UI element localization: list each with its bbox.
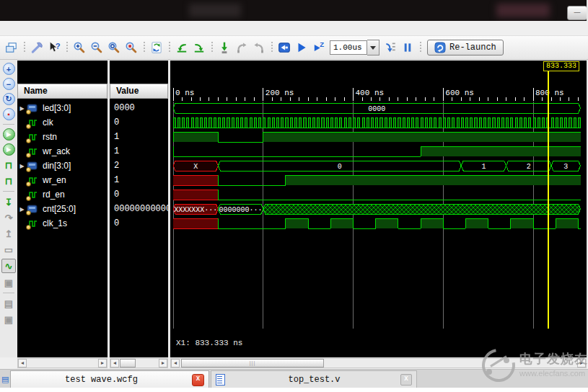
close-icon[interactable]: X [400,374,412,386]
toolbar-separator [209,40,214,55]
signal-name-label: wr_ack [43,146,70,156]
wave-window-icon[interactable]: ∿ [1,259,16,273]
zoom-cursor-icon[interactable] [123,39,140,56]
signal-value-rows: 0000011210000000000000 [110,101,168,231]
signal-name-label: clk [43,117,53,128]
wave-panel-scrollbar[interactable]: ◂ ||| ▸ [170,358,587,368]
close-icon[interactable]: X [192,374,204,386]
run-icon[interactable] [293,39,310,56]
refresh-icon[interactable] [148,39,165,56]
zoom-out-icon[interactable] [88,39,105,56]
scrollbar-thumb[interactable]: ||| [181,359,324,368]
signal-value: 2 [110,159,168,173]
prev-transition-icon[interactable]: ⊓ [2,159,15,172]
toolbar-separator [269,40,274,55]
signal-row-rd-en[interactable]: rd_en [17,187,107,202]
help-pointer-icon[interactable]: ? [45,39,63,56]
signal-badge-icon [26,167,31,172]
relaunch-button[interactable]: Re-launch [427,40,504,55]
go-end-icon[interactable]: ▶ [3,143,15,156]
scroll-left-icon[interactable]: ◂ [110,359,119,368]
step-icon[interactable] [382,39,399,56]
go-start-icon[interactable]: ▶ [3,128,15,141]
measure-icon[interactable]: ▭ [2,243,15,256]
title-bar: — [0,0,588,21]
tab-label: top_test.v [228,375,400,385]
expand-arrow-icon[interactable]: ▶ [17,105,27,112]
console-window-icon[interactable]: ▤ [2,297,15,310]
record-icon[interactable]: ▪ [3,108,15,120]
signal-badge-icon [26,153,31,158]
signal-row-clk-1s[interactable]: clk_1s [17,216,107,231]
run-time-dropdown-button[interactable] [367,40,379,55]
goto-bar-icon[interactable] [216,39,233,56]
run-time-value[interactable]: 1.00us [330,40,367,55]
panel-window-icon[interactable]: ▣ [2,276,15,289]
signal-row-clk[interactable]: clk [17,115,107,130]
redo-icon[interactable] [250,39,268,56]
pause-icon[interactable] [399,39,416,56]
scroll-right-icon[interactable]: ▸ [98,359,107,368]
value-column-header[interactable]: Value [110,84,168,99]
next-edge-icon[interactable] [190,39,208,56]
scrollbar-row: ◂ ▸ ◂ ▸ ◂ ||| ▸ [0,357,588,369]
signal-badge-icon [26,138,31,143]
signal-name-rows: ▶led[3:0]clkrstnwr_ack▶din[3:0]wr_enrd_e… [17,101,107,231]
signal-row-wr-en[interactable]: wr_en [17,173,107,187]
expand-arrow-icon[interactable]: ▶ [17,206,27,213]
name-column-header[interactable]: Name [17,84,107,99]
wire-signal-icon [27,132,39,142]
waveform-canvas[interactable]: 0 ns200 ns400 ns600 ns800 ns0000X0123XXX… [170,61,587,331]
zoom-in-icon[interactable] [71,39,88,56]
reload-icon[interactable]: ↻ [3,93,15,105]
marker-up-icon[interactable]: ↥ [2,227,15,240]
zoom-full-icon[interactable] [105,39,123,56]
signal-badge-icon [26,225,31,230]
prev-edge-icon[interactable] [173,39,190,56]
scrollbar-thumb[interactable] [120,359,136,368]
windows-icon[interactable] [3,39,20,56]
signal-row-wr-ack[interactable]: wr_ack [17,144,107,159]
signal-name-label: rd_en [43,190,65,200]
toolbar-separator [64,40,69,55]
bus-signal-icon [27,204,39,214]
bus-signal-icon [27,161,39,171]
objects-window-icon[interactable]: ▣ [2,313,15,326]
next-transition-icon[interactable]: ⊓ [2,174,15,187]
wire-signal-icon [27,218,39,228]
value-panel-scrollbar[interactable]: ◂ ▸ [110,358,168,368]
signal-row-cnt250[interactable]: ▶cnt[25:0] [17,202,107,216]
svg-text:1: 1 [481,163,486,171]
signal-row-led30[interactable]: ▶led[3:0] [17,101,107,115]
left-toolbar-separator [3,124,14,125]
signal-row-rstn[interactable]: rstn [17,130,107,144]
svg-text:0 ns: 0 ns [175,89,194,97]
svg-text:200 ns: 200 ns [266,89,294,97]
minimize-button[interactable]: — [567,6,587,20]
swap-cursor-icon[interactable]: ↷ [2,211,15,224]
waveform-panel[interactable]: 0 ns200 ns400 ns600 ns800 ns0000X0123XXX… [170,61,587,357]
expand-arrow-icon[interactable]: ▶ [17,163,27,169]
title-text-redacted [189,4,241,17]
scroll-left-icon[interactable]: ◂ [18,359,27,368]
svg-text:2: 2 [527,163,531,171]
restart-icon[interactable] [276,39,293,56]
wrench-icon[interactable] [28,39,45,56]
name-panel-scrollbar[interactable]: ◂ ▸ [17,358,107,368]
signal-name-label: rstn [43,132,57,142]
tab-top-test-v[interactable]: top_test.v X [211,370,417,388]
scroll-left-icon[interactable]: ◂ [171,359,180,368]
tab-test-wave-wcfg[interactable]: test wave.wcfg X [10,370,209,388]
svg-text:0000: 0000 [368,105,385,113]
expand-all-icon[interactable]: + [3,63,15,75]
left-toolbar: +−↻▪▶▶⊓⊓↧↷↥▭∿▣▤▣ [0,61,17,370]
scroll-right-icon[interactable]: ▸ [159,359,167,368]
snap-to-transition-icon[interactable]: ↧ [2,195,15,208]
undo-icon[interactable] [233,39,250,56]
collapse-all-icon[interactable]: − [3,78,15,90]
tabbar-corner-icon[interactable]: ▤ [1,371,9,387]
signal-row-din30[interactable]: ▶din[3:0] [17,159,107,173]
scroll-right-icon[interactable]: ▸ [577,359,586,368]
signal-name-label: cnt[25:0] [43,204,76,214]
run-time-icon[interactable]: Z [310,39,328,56]
